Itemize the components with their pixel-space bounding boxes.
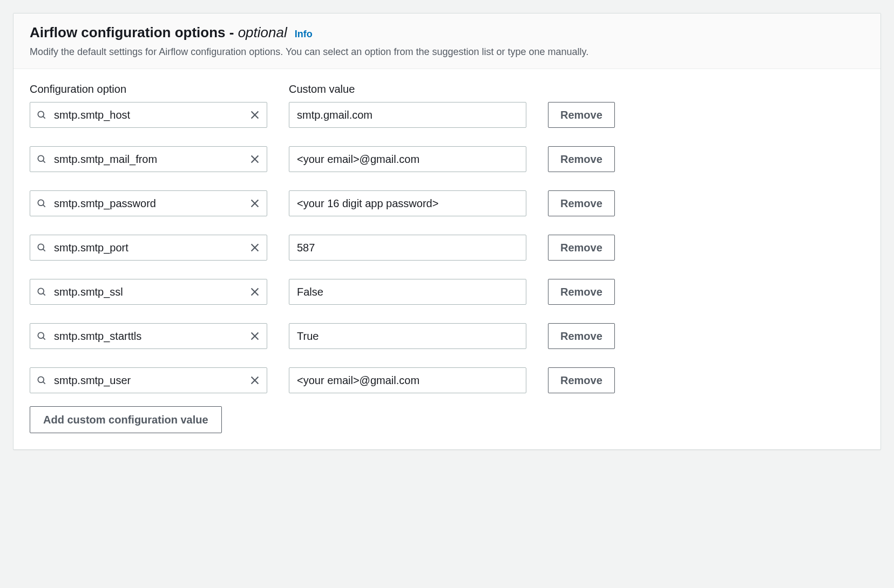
clear-icon[interactable] <box>249 197 261 209</box>
custom-value-input[interactable] <box>289 102 526 128</box>
config-option-field-wrap <box>30 367 267 393</box>
config-row: Remove <box>30 367 864 393</box>
custom-value-input[interactable] <box>289 279 526 305</box>
custom-value-column-label: Custom value <box>289 83 526 95</box>
title-optional: optional <box>238 24 287 40</box>
custom-value-input[interactable] <box>289 146 526 172</box>
panel-header: Airflow configuration options - optional… <box>13 13 881 69</box>
config-option-field-wrap <box>30 279 267 305</box>
title-main: Airflow configuration options <box>30 24 226 40</box>
config-row: Remove <box>30 146 864 172</box>
custom-value-input[interactable] <box>289 323 526 349</box>
config-option-input[interactable] <box>30 323 267 349</box>
rows-container: Remove Remove <box>30 102 864 393</box>
title-separator: - <box>226 24 238 40</box>
remove-button[interactable]: Remove <box>548 367 615 393</box>
panel-body: Configuration option Custom value Remove <box>13 69 881 449</box>
remove-button[interactable]: Remove <box>548 190 615 216</box>
info-link[interactable]: Info <box>295 29 313 40</box>
remove-button[interactable]: Remove <box>548 235 615 261</box>
config-option-field-wrap <box>30 146 267 172</box>
config-option-column-label: Configuration option <box>30 83 267 95</box>
config-options-panel: Airflow configuration options - optional… <box>13 13 881 450</box>
config-option-input[interactable] <box>30 190 267 216</box>
custom-value-input[interactable] <box>289 190 526 216</box>
custom-value-input[interactable] <box>289 367 526 393</box>
config-option-input[interactable] <box>30 367 267 393</box>
config-row: Remove <box>30 102 864 128</box>
remove-button[interactable]: Remove <box>548 146 615 172</box>
add-custom-config-button[interactable]: Add custom configuration value <box>30 406 222 433</box>
title-row: Airflow configuration options - optional… <box>30 24 864 41</box>
config-option-field-wrap <box>30 190 267 216</box>
clear-icon[interactable] <box>249 109 261 121</box>
panel-title: Airflow configuration options - optional <box>30 24 287 41</box>
clear-icon[interactable] <box>249 374 261 386</box>
clear-icon[interactable] <box>249 330 261 342</box>
config-row: Remove <box>30 279 864 305</box>
panel-subtitle: Modify the default settings for Airflow … <box>30 45 864 59</box>
config-option-field-wrap <box>30 102 267 128</box>
config-row: Remove <box>30 235 864 261</box>
clear-icon[interactable] <box>249 242 261 254</box>
config-option-input[interactable] <box>30 102 267 128</box>
custom-value-input[interactable] <box>289 235 526 261</box>
config-option-field-wrap <box>30 323 267 349</box>
config-option-input[interactable] <box>30 146 267 172</box>
remove-button[interactable]: Remove <box>548 102 615 128</box>
config-option-field-wrap <box>30 235 267 261</box>
config-option-input[interactable] <box>30 279 267 305</box>
columns-header: Configuration option Custom value <box>30 83 864 95</box>
config-row: Remove <box>30 323 864 349</box>
remove-button[interactable]: Remove <box>548 323 615 349</box>
config-option-input[interactable] <box>30 235 267 261</box>
config-row: Remove <box>30 190 864 216</box>
clear-icon[interactable] <box>249 286 261 298</box>
clear-icon[interactable] <box>249 153 261 165</box>
remove-button[interactable]: Remove <box>548 279 615 305</box>
